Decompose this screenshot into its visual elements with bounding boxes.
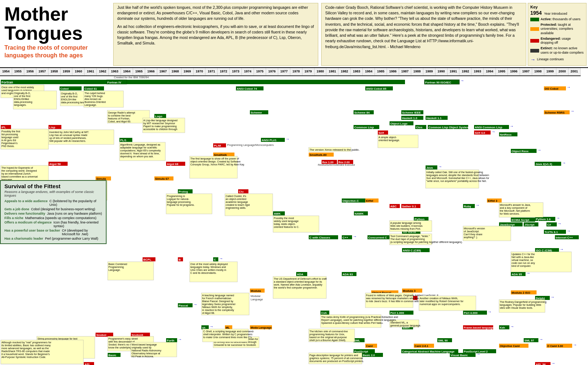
svg-text:→: → (551, 361, 555, 365)
svg-text:Cobol: Cobol (60, 87, 69, 90)
svg-text:Page-description language for : Page-description language for printers a… (309, 354, 358, 357)
svg-text:ISO C (C98): ISO C (C98) (536, 249, 552, 252)
svg-text:Common Lisp Object System: Common Lisp Object System (429, 126, 469, 129)
svg-text:Modular: Modular (251, 294, 261, 298)
svg-text:Frame-based language: Frame-based language (464, 326, 494, 329)
svg-text:→: → (460, 78, 464, 83)
svg-text:Algol 58: Algol 58 (49, 162, 61, 166)
header: Mother Tongues Tracing the roots of comp… (0, 0, 588, 67)
svg-text:data-processing: data-processing (14, 101, 32, 104)
svg-text:based on the original all-purp: based on the original all-purpose (309, 336, 347, 339)
svg-text:→: → (551, 295, 555, 299)
svg-text:→: → (193, 302, 197, 307)
svg-text:→: → (178, 337, 182, 341)
svg-text:The duct tape of programming: The duct tape of programming (390, 238, 425, 241)
survival-row-text: Perl (programmer-author Larry Wall) (45, 237, 98, 240)
year-label-1978: 1978 (290, 68, 302, 75)
svg-text:Originally B-O,: Originally B-O, (61, 92, 78, 95)
intro-right: Code-raker Grady Booch, Rational Softwar… (321, 3, 526, 66)
svg-text:the world's first computer pro: the world's first computer programmer. (274, 286, 318, 289)
year-label-1974: 1974 (242, 68, 254, 75)
svg-text:Lisp has an unusual syntax mad: Lisp has an unusual syntax made (49, 134, 87, 137)
survival-row-text: Icon (has friendly, line-oriented syntax… (54, 221, 102, 228)
svg-text:Griswold to be successor to Sn: Griswold to be successor to Snobol4. (214, 344, 257, 346)
svg-text:Language.: Language. (85, 104, 97, 107)
svg-text:Once one of the most widely: Once one of the most widely (1, 86, 34, 89)
svg-text:academic language: academic language (226, 201, 248, 204)
svg-text:it a household word. Stands fo: it a household word. Stands for Beginner… (1, 353, 50, 356)
svg-text:object-oriented design. Create: object-oriented design. Created by Softw… (190, 160, 241, 163)
svg-text:Modula 2 ISO: Modula 2 ISO (512, 291, 530, 294)
svg-text:Report Language), used for pat: Report Language), used for patching toge… (321, 319, 397, 322)
svg-text:to combine the best: to combine the best (108, 114, 130, 117)
svg-text:Common Lisp: Common Lisp (354, 126, 374, 129)
svg-text:Concurrent C: Concurrent C (368, 236, 387, 239)
svg-text:Keh: Keh (500, 326, 505, 329)
svg-text:"write once, run anywhere" por: "write once, run anywhere" portability a… (426, 180, 487, 183)
svg-text:Scheme 84: Scheme 84 (354, 111, 370, 114)
svg-text:A teaching language named: A teaching language named (202, 294, 234, 297)
year-label-1962: 1962 (97, 68, 109, 75)
svg-text:Programming Language/Microcomp: Programming Language/Microcomputers (227, 144, 274, 147)
svg-text:PhD thesis.: PhD thesis. (1, 145, 15, 147)
svg-text:→: → (510, 124, 514, 128)
year-label-1970: 1970 (194, 68, 206, 75)
svg-text:its limited abilities, Basic h: its limited abilities, Basic has outlive… (1, 344, 51, 347)
svg-text:→: → (209, 324, 214, 329)
survival-row: Appeals to a wide audienceC (bolstered b… (4, 199, 102, 207)
svg-text:Papert to make programming: Papert to make programming (143, 125, 177, 128)
svg-text:B: B (179, 258, 181, 261)
year-label-1989: 1989 (423, 68, 435, 75)
svg-text:The first language to show off: The first language to show off the power… (190, 157, 239, 160)
year-label-1959: 1959 (61, 68, 73, 75)
svg-text:Logo: Logo (155, 115, 162, 118)
survival-title: Survival of the Fittest (4, 183, 102, 189)
svg-text:IPL: IPL (1, 126, 6, 129)
title-area: Mother Tongues Tracing the roots of comp… (1, 3, 112, 66)
key-active: Active: thousands of users (530, 17, 584, 22)
key-year-desc: Year Introduced (544, 12, 567, 15)
active-swatch (530, 18, 539, 21)
legend-title: Key (530, 5, 584, 9)
year-label-1971: 1971 (205, 68, 218, 75)
svg-text:→: → (570, 109, 574, 113)
year-label-1972: 1972 (218, 68, 230, 75)
year-label-1994: 1994 (484, 68, 496, 75)
year-label-2001: 2001 (569, 68, 581, 75)
survival-box: Survival of the Fittest Reasons a langua… (0, 180, 107, 244)
svg-text:One of the most widely deploye: One of the most widely deployed (190, 263, 228, 266)
year-label-1966: 1966 (145, 68, 157, 75)
svg-text:Programming in: Programming in (167, 195, 185, 198)
svg-text:Sather 0.1: Sather 0.1 (402, 205, 416, 208)
survival-row-text: Mathematica (speeds up complex computati… (25, 216, 97, 220)
svg-text:ANSI Cobol 74: ANSI Cobol 74 (237, 87, 257, 90)
svg-text:today. Adds object-: today. Adds object- (274, 223, 296, 226)
svg-text:A Lisp-like language designed: A Lisp-like language designed (143, 119, 178, 122)
svg-text:shell interpreter. Written by : shell interpreter. Written by C programm… (203, 333, 252, 336)
year-label-2000: 2000 (556, 68, 569, 75)
svg-text:Snobol4: Snobol4 (132, 333, 143, 337)
svg-text:Eiffel: Eiffel (366, 199, 373, 203)
svg-text:Language: Language (251, 298, 263, 301)
svg-text:Forth: Forth (167, 339, 175, 342)
svg-text:PostScript Level 2: PostScript Level 2 (464, 350, 488, 353)
year-label-1992: 1992 (459, 68, 472, 75)
svg-text:SML 90: SML 90 (438, 339, 448, 342)
svg-text:widely used language: widely used language (273, 220, 298, 223)
svg-text:oriented language.: oriented language. (379, 139, 400, 142)
svg-text:doomed it. Years ahead of its : doomed it. Years ahead of its time, (120, 152, 159, 155)
survival-row: Has a charismatic leaderPerl (programmer… (4, 237, 102, 240)
svg-text:Fortran: Fortran (1, 80, 13, 84)
svg-text:Haskell 1.1: Haskell 1.1 (426, 117, 442, 120)
svg-text:→: → (573, 343, 577, 347)
svg-text:Can't they share: Can't they share (464, 233, 483, 236)
svg-text:Scheme R5RS: Scheme R5RS (545, 111, 565, 114)
svg-text:→: → (353, 234, 357, 239)
svg-text:Smalltalk: Smalltalk (214, 153, 227, 157)
svg-text:kind of computer.: kind of computer. (512, 265, 531, 268)
svg-text:The Rodney Dangerfield of prog: The Rodney Dangerfield of programming (500, 301, 546, 304)
svg-text:Updates C++ for the: Updates C++ for the (512, 253, 535, 256)
svg-text:Although mocked by "real" prog: Although mocked by "real" programmers fo… (1, 341, 51, 344)
survival-row-text: Cobol (designed for business-report writ… (31, 207, 96, 211)
svg-text:(a scripting language for patc: (a scripting language for patching toget… (390, 241, 463, 244)
